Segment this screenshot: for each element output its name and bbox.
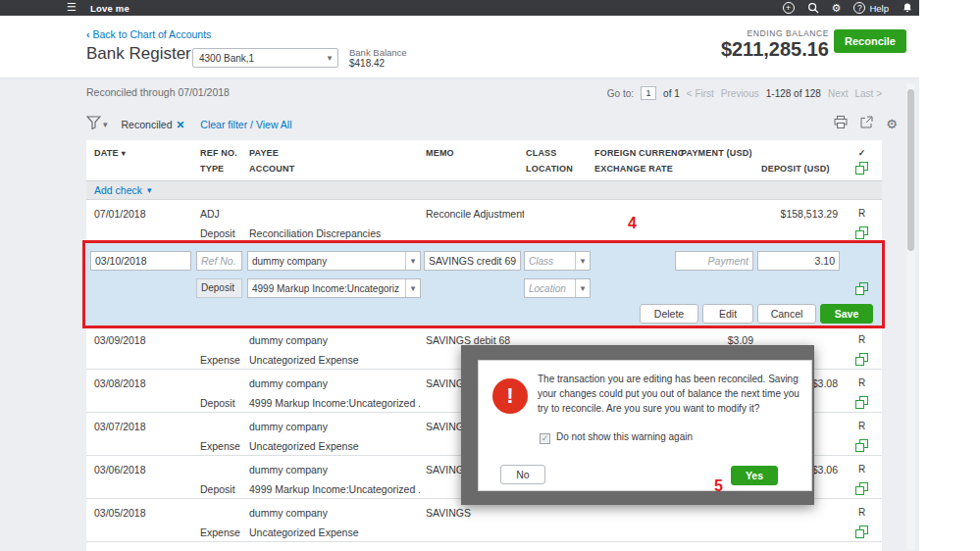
page-of-text: of 1 (663, 88, 680, 99)
add-check-label[interactable]: Add check (94, 184, 142, 196)
yes-button[interactable]: Yes (731, 466, 778, 485)
chevron-down-icon[interactable]: ▾ (405, 252, 420, 270)
deposit-input[interactable] (757, 251, 840, 271)
top-navigation-bar: ☰ Love me + ⚙ ? Help (0, 0, 919, 16)
notifications-bell-icon[interactable] (902, 2, 913, 14)
cell-account: 4999 Markup Income:Uncategorized ... (249, 483, 420, 495)
payee-select[interactable]: dummy company ▾ (247, 251, 421, 271)
copy-icon[interactable] (842, 482, 882, 495)
table-row[interactable]: 07/01/2018 ADJ Deposit Reconciliation Di… (86, 200, 882, 243)
chevron-down-icon[interactable]: ▾ (405, 279, 420, 297)
column-header-payee: PAYEE (249, 148, 279, 158)
account-select-value: 4999 Markup Income:Uncategoriz (248, 283, 405, 294)
cell-reconcile-status: R (842, 464, 882, 475)
cell-date: 07/01/2018 (94, 208, 146, 220)
filter-funnel-icon[interactable] (86, 116, 101, 133)
cell-ref-no: ADJ (200, 208, 220, 220)
cell-reconcile-status: R (842, 208, 882, 219)
table-settings-gear-icon[interactable]: ⚙ (886, 118, 898, 130)
cancel-button[interactable]: Cancel (757, 304, 816, 324)
record-range-text: 1-128 of 128 (766, 88, 821, 99)
copy-icon[interactable] (842, 439, 882, 452)
dont-show-again-label: Do not show this warning again (556, 431, 693, 442)
reconcile-button[interactable]: Reconcile (834, 29, 906, 53)
column-header-reconciled-check-icon: ✓ (842, 148, 882, 158)
cell-date: 03/08/2018 (94, 377, 146, 389)
column-header-date[interactable]: DATE▾ (94, 148, 126, 158)
chevron-down-icon[interactable]: ▾ (575, 252, 590, 270)
back-link-label: Back to Chart of Accounts (93, 28, 212, 40)
checkbox-check-icon: ✓ (542, 433, 549, 443)
save-button[interactable]: Save (820, 304, 873, 324)
page-header: ‹Back to Chart of Accounts Bank Register… (0, 16, 919, 78)
gear-icon[interactable]: ⚙ (832, 3, 842, 14)
cell-type: Expense (200, 526, 240, 538)
warning-message: The transaction you are editing has been… (538, 372, 808, 416)
last-page-link[interactable]: Last > (854, 88, 882, 99)
cell-account: Uncategorized Expense (249, 354, 359, 366)
filter-caret-icon[interactable]: ▾ (103, 120, 108, 129)
ending-balance-value: $211,285.16 (721, 38, 829, 61)
hamburger-menu-icon[interactable]: ☰ (67, 1, 77, 14)
copy-icon[interactable] (842, 353, 882, 366)
reconciled-through-text: Reconciled through 07/01/2018 (86, 86, 230, 98)
create-plus-icon[interactable]: + (783, 2, 795, 14)
account-select[interactable]: 4999 Markup Income:Uncategoriz ▾ (247, 278, 421, 298)
next-page-link[interactable]: Next (828, 88, 849, 99)
ref-no-input[interactable] (196, 251, 242, 271)
add-check-caret-icon[interactable]: ▾ (147, 185, 152, 195)
table-row[interactable]: 03/05/2018 Expense dummy company Uncateg… (86, 499, 882, 542)
delete-button[interactable]: Delete (640, 304, 698, 324)
annotation-step-5: 5 (714, 477, 723, 495)
clear-filter-link[interactable]: Clear filter / View All (200, 119, 291, 130)
cell-type: Deposit (200, 483, 235, 495)
dont-show-again-checkbox[interactable]: ✓ (540, 433, 550, 444)
no-button[interactable]: No (500, 465, 545, 484)
memo-input[interactable] (424, 251, 521, 271)
topbar-actions: + ⚙ ? Help (783, 0, 913, 16)
date-input[interactable] (90, 251, 191, 271)
previous-page-link[interactable]: Previous (721, 88, 759, 99)
chevron-down-icon[interactable]: ▾ (575, 279, 590, 297)
copy-icon[interactable] (842, 282, 882, 295)
cell-reconcile-status: R (842, 334, 882, 345)
help-icon[interactable]: ? (853, 2, 865, 14)
pagination: Go to: of 1 < First Previous 1-128 of 12… (607, 86, 882, 100)
column-header-payment: PAYMENT (USD) (681, 148, 752, 158)
add-check-row[interactable]: Add check ▾ (86, 181, 882, 200)
cell-type: Deposit (200, 397, 235, 409)
export-icon[interactable] (860, 115, 873, 132)
back-to-chart-of-accounts-link[interactable]: ‹Back to Chart of Accounts (86, 28, 211, 40)
cell-account: Uncategorized Expense (249, 440, 359, 452)
first-page-link[interactable]: < First (687, 88, 714, 99)
column-header-type: TYPE (200, 164, 224, 174)
cell-date: 03/07/2018 (94, 421, 146, 432)
column-header-class: CLASS (526, 148, 557, 158)
location-select[interactable]: Location ▾ (524, 278, 591, 298)
search-icon[interactable] (807, 2, 819, 14)
vertical-scrollbar[interactable] (906, 83, 915, 550)
edit-row[interactable]: dummy company ▾ Class ▾ Deposit 4999 Mar… (86, 243, 882, 326)
column-header-copy-icon (842, 162, 882, 175)
copy-icon[interactable] (842, 226, 882, 239)
remove-filter-icon[interactable]: ✕ (176, 119, 184, 130)
help-label[interactable]: Help (869, 3, 889, 14)
edit-button[interactable]: Edit (702, 304, 753, 324)
class-select[interactable]: Class ▾ (524, 251, 591, 271)
cell-payee: dummy company (249, 334, 328, 346)
copy-icon[interactable] (842, 396, 882, 409)
annotation-step-4: 4 (628, 215, 637, 232)
account-dropdown[interactable]: 4300 Bank,1 ▾ (192, 48, 338, 68)
table-action-icons: ⚙ (834, 115, 898, 132)
cell-payee: dummy company (249, 464, 328, 476)
print-icon[interactable] (834, 115, 848, 132)
page-title: Bank Register (86, 44, 191, 64)
page-number-input[interactable] (641, 86, 656, 100)
cell-reconcile-status: R (842, 421, 882, 431)
scrollbar-thumb[interactable] (907, 89, 914, 251)
payment-input[interactable] (675, 251, 753, 271)
cell-payee: dummy company (249, 507, 328, 519)
copy-icon[interactable] (842, 526, 882, 538)
cell-account: 4999 Markup Income:Uncategorized ... (249, 397, 420, 409)
warning-dialog-overlay: ! The transaction you are editing has be… (461, 345, 814, 505)
